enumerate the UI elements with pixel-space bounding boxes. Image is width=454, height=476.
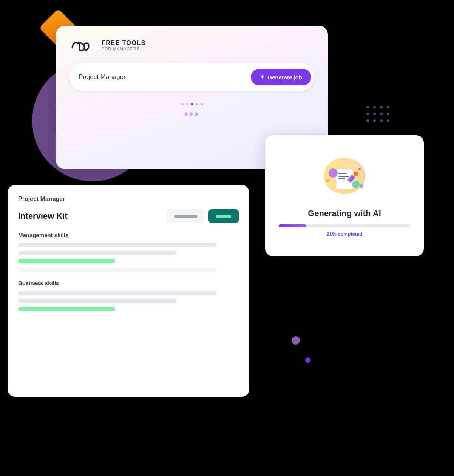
- progress-bar-container: [279, 224, 410, 227]
- pagination-dots: [69, 103, 314, 105]
- dot-grid-decoration: [366, 106, 391, 123]
- play-arrow-2: [190, 111, 194, 117]
- svg-point-9: [326, 179, 329, 182]
- business-skills-label: Business skills: [18, 280, 239, 286]
- logo-text: FREE TOOLS FOR MANAGERS: [102, 40, 146, 51]
- svg-rect-3: [338, 173, 347, 174]
- play-arrows: [69, 111, 314, 117]
- management-skills-label: Management skills: [18, 232, 239, 238]
- dot-purple-large-decoration: [292, 336, 300, 345]
- pg-dot-5[interactable]: [201, 103, 203, 105]
- play-arrow-1: [185, 111, 188, 117]
- management-skills-skeletons: [18, 243, 239, 263]
- search-bar: Project Manager ✦ Generate job: [69, 63, 314, 91]
- pg-dot-3[interactable]: [191, 103, 193, 105]
- pg-dot-4[interactable]: [196, 103, 198, 105]
- teal-button-label: [216, 215, 231, 218]
- skeleton-line: [18, 251, 177, 255]
- interview-kit-header: Interview Kit: [18, 209, 239, 223]
- skeleton-green-line: [18, 307, 115, 311]
- scene: FREE TOOLS FOR MANAGERS Project Manager …: [0, 0, 454, 476]
- skeleton-line: [18, 243, 217, 247]
- ai-illustration-svg: [322, 158, 367, 198]
- svg-rect-5: [338, 178, 345, 179]
- interview-kit-title: Interview Kit: [18, 211, 68, 221]
- logo-icon: [69, 38, 91, 53]
- progress-label: 21% completed: [327, 231, 363, 237]
- interview-kit-card: Project Manager Interview Kit Management…: [8, 185, 249, 397]
- outline-button[interactable]: [167, 209, 205, 223]
- logo-subtitle: FOR MANAGERS: [102, 46, 146, 51]
- logo-area: FREE TOOLS FOR MANAGERS: [69, 38, 314, 53]
- dot-purple-small-decoration: [305, 357, 310, 363]
- card-project-title: Project Manager: [18, 196, 239, 202]
- logo-divider: [96, 38, 96, 53]
- search-value: Project Manager: [79, 73, 246, 81]
- logo-title: FREE TOOLS: [102, 40, 146, 46]
- pg-dot-1[interactable]: [181, 103, 184, 105]
- skeleton-green-line: [18, 259, 115, 263]
- svg-point-7: [329, 168, 338, 178]
- sparkle-icon: ✦: [260, 74, 265, 80]
- pg-dot-2[interactable]: [186, 103, 188, 105]
- svg-point-10: [358, 168, 361, 170]
- ai-generating-card: Generating with AI 21% completed: [265, 135, 424, 256]
- play-arrow-3: [195, 111, 199, 117]
- header-buttons: [167, 209, 239, 223]
- ai-generating-title: Generating with AI: [308, 209, 381, 218]
- generate-job-button[interactable]: ✦ Generate job: [251, 69, 311, 85]
- svg-point-11: [360, 184, 363, 188]
- skeleton-line: [18, 299, 177, 303]
- skeleton-separator: [18, 268, 217, 272]
- skeleton-line: [18, 291, 217, 295]
- progress-bar-fill: [279, 224, 306, 227]
- generate-job-label: Generate job: [267, 74, 302, 80]
- ai-illustration: [322, 158, 367, 199]
- outline-button-label: [174, 215, 197, 218]
- svg-point-6: [354, 172, 358, 176]
- svg-rect-4: [338, 176, 349, 177]
- teal-button[interactable]: [208, 209, 239, 223]
- svg-point-8: [352, 181, 360, 188]
- business-skills-skeletons: [18, 291, 239, 311]
